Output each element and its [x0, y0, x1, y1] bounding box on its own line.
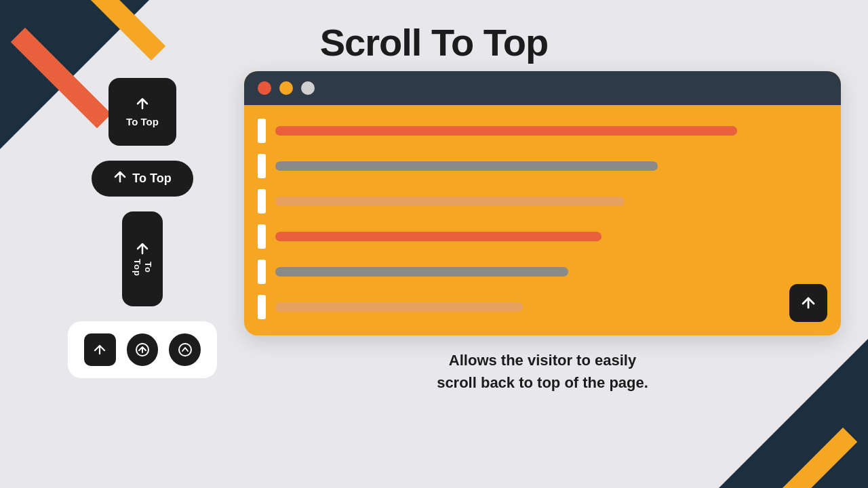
scroll-to-top-button-square[interactable]: To Top [108, 78, 176, 146]
scroll-to-top-button-sm-square[interactable] [84, 333, 116, 366]
browser-dot-white [301, 81, 315, 95]
content-bar [275, 267, 568, 277]
row-marker [258, 189, 266, 214]
arrow-up-icon [113, 170, 127, 187]
btn-tall-label: ToTop [132, 259, 153, 277]
btn-row-container [68, 321, 217, 378]
btn-square-label: To Top [126, 116, 159, 127]
left-panel: To Top To Top ToTop [68, 71, 217, 378]
content-row-4 [258, 224, 821, 249]
content-bar [275, 232, 601, 241]
description-line1: Allows the visitor to easily [449, 352, 636, 369]
row-marker [258, 119, 266, 143]
content-bar [275, 161, 658, 171]
content-bar [275, 197, 625, 206]
browser-titlebar [244, 71, 841, 105]
right-panel: Allows the visitor to easily scroll back… [244, 71, 841, 401]
row-marker [258, 295, 266, 319]
scroll-to-top-button-sm-chevron[interactable] [169, 333, 201, 366]
browser-dot-red [258, 81, 271, 95]
row-marker [258, 224, 266, 249]
description-line2: scroll back to top of the page. [437, 374, 648, 391]
title-section: Scroll To Top [0, 0, 868, 71]
scroll-to-top-button-pill[interactable]: To Top [92, 161, 193, 197]
content-row-3 [258, 189, 821, 214]
arrow-up-icon [135, 96, 150, 113]
btn-pill-label: To Top [132, 171, 171, 186]
row-marker [258, 260, 266, 284]
page-content: Scroll To Top To Top [0, 0, 868, 488]
browser-dot-yellow [279, 81, 293, 95]
arrow-up-icon [136, 242, 149, 258]
content-bar [275, 302, 523, 312]
row-marker [258, 154, 266, 178]
description-text: Allows the visitor to easily scroll back… [244, 349, 841, 394]
content-row-1 [258, 119, 821, 143]
main-area: To Top To Top ToTop [0, 71, 868, 488]
description-section: Allows the visitor to easily scroll back… [244, 349, 841, 401]
svg-point-6 [179, 344, 191, 356]
content-row-5 [258, 260, 821, 284]
scroll-to-top-button-tall[interactable]: ToTop [122, 211, 163, 306]
browser-mockup [244, 71, 841, 336]
content-row-2 [258, 154, 821, 178]
scroll-to-top-button-sm-circle[interactable] [127, 333, 159, 366]
content-bar [275, 126, 737, 136]
content-row-6 [258, 295, 821, 319]
scroll-to-top-button-browser[interactable] [789, 284, 827, 322]
page-title: Scroll To Top [0, 20, 868, 64]
browser-content [244, 105, 841, 336]
